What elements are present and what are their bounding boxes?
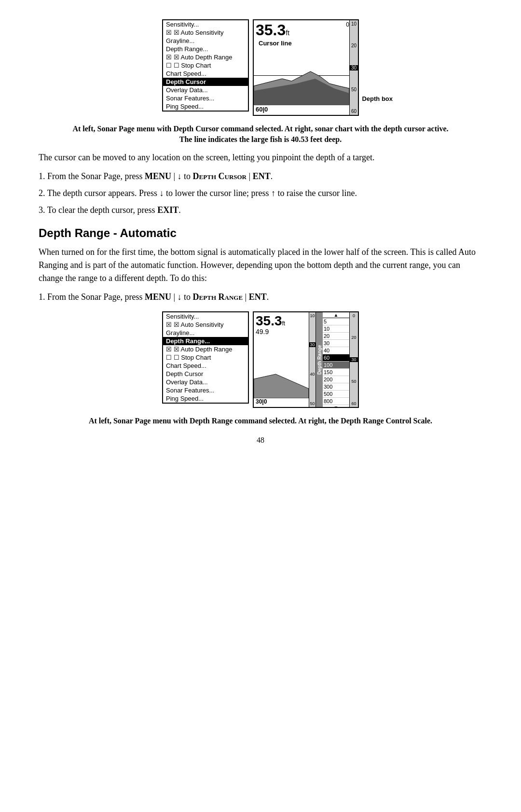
step3-pre: 3. To clear the depth cursor, press [39, 205, 157, 215]
range-item-10[interactable]: 10 [323, 325, 349, 333]
range-item-100[interactable]: 100 [323, 362, 349, 369]
top-menu-item-auto-depth-range: ☒ Auto Depth Range [163, 53, 248, 61]
step1-menu: MENU [145, 171, 171, 181]
step2-mid: to lower the cursor line; press [164, 188, 271, 198]
bottom-menu-item-ping-speed---: Ping Speed... [163, 394, 248, 403]
bottom-menu-item-stop-chart: ☐ Stop Chart [163, 353, 248, 362]
step2-pre: 2. The depth cursor appears. Press [39, 188, 160, 198]
section-para: When turned on for the first time, the b… [39, 246, 482, 285]
step1-pre: 1. From the Sonar Page, press [39, 171, 145, 181]
bottom-scale-right: 10 30 40 50 [309, 312, 315, 407]
bottom-menu-panel: Sensitivity...☒ Auto SensitivityGrayline… [162, 311, 249, 404]
top-caption: At left, Sonar Page menu with Depth Curs… [68, 124, 453, 145]
range-values: 51020304060100150200300500800 [323, 318, 349, 405]
bottom-images-section: Sensitivity...☒ Auto SensitivityGrayline… [39, 311, 482, 408]
depth-value: 35.3 [256, 21, 286, 39]
step3-cmd: EXIT [157, 205, 178, 215]
range-scale-container: Depth Range ▲ 51020304060100150200300500… [315, 312, 349, 407]
top-menu-item-depth-cursor: Depth Cursor [163, 78, 248, 86]
range-item-60[interactable]: 60 [323, 354, 349, 362]
range-item-300[interactable]: 300 [323, 383, 349, 391]
body-step2: 2. The depth cursor appears. Press ↓ to … [39, 187, 482, 200]
bottom-left-reading: 30|0 [256, 398, 267, 405]
top-menu-item-overlay-data---: Overlay Data... [163, 86, 248, 94]
range-item-30[interactable]: 30 [323, 340, 349, 347]
bottom-depth-unit: ft [282, 320, 286, 327]
top-depth-number: 35.3ft [256, 21, 289, 39]
page-number: 48 [39, 436, 482, 445]
range-scale-header: Depth Range [316, 312, 323, 407]
top-screen-container: Sensitivity...☒ Auto SensitivityGrayline… [162, 19, 359, 116]
section-step1-to: ↓ to [178, 292, 191, 302]
bottom-reading: 60|0 [256, 106, 268, 113]
cursor-line-label: Cursor line [259, 40, 292, 47]
range-item-150[interactable]: 150 [323, 369, 349, 376]
top-menu-item-depth-range---: Depth Range... [163, 45, 248, 53]
top-menu-item-ping-speed---: Ping Speed... [163, 102, 248, 111]
range-item-500[interactable]: 500 [323, 391, 349, 398]
range-scale-list: ▲ 51020304060100150200300500800 ▼ [323, 312, 349, 407]
top-menu-item-stop-chart: ☐ Stop Chart [163, 61, 248, 70]
top-menu-item-sensitivity---: Sensitivity... [163, 20, 248, 28]
top-menu-panel: Sensitivity...☒ Auto SensitivityGrayline… [162, 19, 249, 112]
bottom-menu-item-depth-range---: Depth Range... [163, 337, 248, 345]
arrow-up-1: ↑ [271, 188, 275, 198]
bottom-menu-item-overlay-data---: Overlay Data... [163, 378, 248, 386]
section-step1-ent: ENT [249, 292, 267, 302]
top-sonar-display: 35.3ft 0 10 20 30 50 60 Cursor line 40.5… [253, 19, 359, 116]
bottom-screen-container: Sensitivity...☒ Auto SensitivityGrayline… [162, 311, 359, 408]
section-step1-pre: 1. From the Sonar Page, press [39, 292, 145, 302]
bottom-menu-item-chart-speed---: Chart Speed... [163, 362, 248, 370]
arrow-down-1: ↓ [160, 188, 164, 198]
bottom-right-scale: 0 20 30 50 60 [349, 312, 358, 407]
top-menu-item-auto-sensitivity: ☒ Auto Sensitivity [163, 28, 248, 37]
section-step1-menu: MENU [145, 292, 171, 302]
bottom-menu-item-auto-sensitivity: ☒ Auto Sensitivity [163, 321, 248, 329]
step1-ent: ENT [253, 171, 271, 181]
bottom-secondary-depth: 49.9 [256, 328, 269, 336]
top-menu-item-sonar-features---: Sonar Features... [163, 94, 248, 102]
section-step1-end: . [267, 292, 269, 302]
bottom-menu-item-depth-cursor: Depth Cursor [163, 370, 248, 378]
bottom-sonar-display: 35.3ft 49.9 0 10 30 40 50 30|0 D [253, 311, 359, 408]
body-step1: 1. From the Sonar Page, press MENU | ↓ t… [39, 170, 482, 183]
top-menu-item-chart-speed---: Chart Speed... [163, 70, 248, 78]
bottom-terrain-svg [254, 355, 309, 398]
bottom-depth-number: 35.3ft [256, 313, 285, 329]
body-step3: 3. To clear the depth cursor, press EXIT… [39, 204, 482, 217]
top-display-wrapper: 35.3ft 0 10 20 30 50 60 Cursor line 40.5… [253, 19, 359, 116]
section-step1: 1. From the Sonar Page, press MENU | ↓ t… [39, 291, 482, 304]
range-item-40[interactable]: 40 [323, 347, 349, 354]
section-step1-cmd: Depth Range [193, 292, 243, 302]
range-item-5[interactable]: 5 [323, 318, 349, 325]
range-scroll-down: ▼ [323, 405, 349, 408]
bottom-caption: At left, Sonar Page menu with Depth Rang… [68, 416, 453, 426]
bottom-menu-item-auto-depth-range: ☒ Auto Depth Range [163, 345, 248, 353]
range-item-20[interactable]: 20 [323, 333, 349, 340]
top-menu-item-grayline---: Grayline... [163, 37, 248, 45]
range-item-200[interactable]: 200 [323, 376, 349, 383]
sonar-terrain-svg [254, 57, 349, 105]
step2-post: to raise the cursor line. [275, 188, 357, 198]
step1-cmd: Depth Cursor [193, 171, 247, 181]
section-heading: Depth Range - Automatic [39, 226, 482, 240]
bottom-menu-item-grayline---: Grayline... [163, 329, 248, 337]
depth-unit: ft [286, 29, 289, 37]
left-chart: 35.3ft 49.9 0 10 30 40 50 30|0 [254, 312, 315, 407]
range-scroll-up: ▲ [323, 312, 349, 318]
top-scale-right: 10 20 30 50 60 [349, 20, 358, 115]
range-item-800[interactable]: 800 [323, 398, 349, 405]
step1-to: ↓ to [178, 171, 191, 181]
bottom-menu-item-sensitivity---: Sensitivity... [163, 312, 248, 321]
top-zero-mark: 0 [346, 21, 349, 28]
svg-marker-2 [254, 374, 309, 398]
body-para1: The cursor can be moved to any location … [39, 151, 482, 164]
bottom-menu-item-sonar-features---: Sonar Features... [163, 386, 248, 394]
depth-box-annotation: Depth box [362, 95, 393, 102]
top-images-section: Sensitivity...☒ Auto SensitivityGrayline… [39, 19, 482, 116]
step3-end: . [178, 205, 181, 215]
